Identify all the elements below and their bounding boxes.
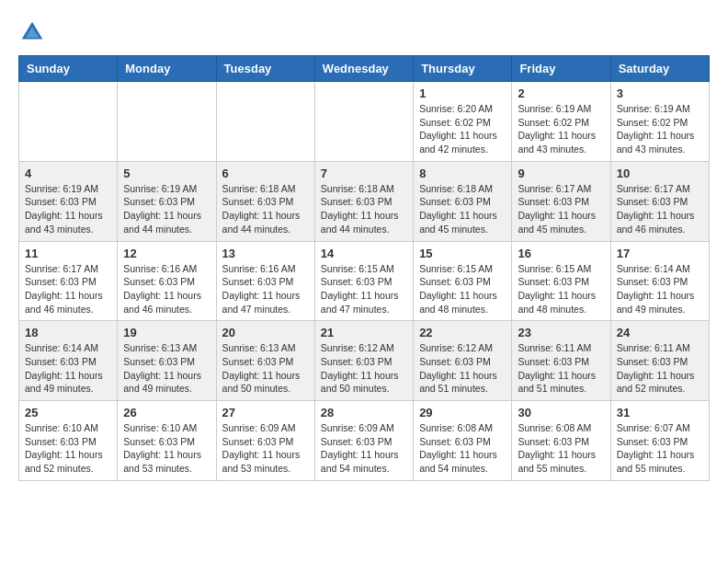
day-info: Sunrise: 6:10 AM Sunset: 6:03 PM Dayligh… [123,421,210,476]
day-number: 12 [123,247,210,260]
calendar-week-row: 11Sunrise: 6:17 AM Sunset: 6:03 PM Dayli… [19,241,710,321]
day-info: Sunrise: 6:11 AM Sunset: 6:03 PM Dayligh… [617,341,703,396]
day-number: 18 [25,326,111,339]
day-number: 17 [617,247,703,260]
day-info: Sunrise: 6:18 AM Sunset: 6:03 PM Dayligh… [321,182,407,236]
day-info: Sunrise: 6:09 AM Sunset: 6:03 PM Dayligh… [321,421,407,476]
calendar-day-cell [118,82,216,162]
day-number: 9 [518,167,604,180]
day-info: Sunrise: 6:16 AM Sunset: 6:03 PM Dayligh… [222,262,309,316]
calendar-day-cell: 12Sunrise: 6:16 AM Sunset: 6:03 PM Dayli… [118,241,216,321]
calendar-day-cell: 30Sunrise: 6:08 AM Sunset: 6:03 PM Dayli… [512,401,610,481]
day-number: 4 [25,167,111,180]
weekday-header: Saturday [610,56,709,82]
day-number: 6 [222,167,309,180]
page-header [18,18,710,46]
calendar-day-cell: 4Sunrise: 6:19 AM Sunset: 6:03 PM Daylig… [19,161,118,241]
calendar-day-cell: 9Sunrise: 6:17 AM Sunset: 6:03 PM Daylig… [512,161,610,241]
day-number: 28 [321,406,407,419]
day-number: 7 [321,167,407,180]
day-info: Sunrise: 6:11 AM Sunset: 6:03 PM Dayligh… [518,341,604,396]
calendar-day-cell: 28Sunrise: 6:09 AM Sunset: 6:03 PM Dayli… [314,401,413,481]
calendar-day-cell: 15Sunrise: 6:15 AM Sunset: 6:03 PM Dayli… [414,241,512,321]
day-number: 16 [518,247,604,260]
calendar-day-cell: 14Sunrise: 6:15 AM Sunset: 6:03 PM Dayli… [314,241,413,321]
day-info: Sunrise: 6:12 AM Sunset: 6:03 PM Dayligh… [419,341,506,396]
calendar-header-row: SundayMondayTuesdayWednesdayThursdayFrid… [19,56,710,82]
calendar-day-cell [314,82,413,162]
calendar-day-cell: 26Sunrise: 6:10 AM Sunset: 6:03 PM Dayli… [118,401,216,481]
day-number: 5 [123,167,210,180]
day-info: Sunrise: 6:20 AM Sunset: 6:02 PM Dayligh… [419,102,506,156]
calendar-day-cell: 6Sunrise: 6:18 AM Sunset: 6:03 PM Daylig… [216,161,314,241]
weekday-header: Sunday [19,56,118,82]
calendar-day-cell [216,82,314,162]
weekday-header: Friday [512,56,610,82]
calendar-day-cell: 22Sunrise: 6:12 AM Sunset: 6:03 PM Dayli… [414,321,512,401]
day-info: Sunrise: 6:08 AM Sunset: 6:03 PM Dayligh… [518,421,604,476]
calendar-day-cell: 25Sunrise: 6:10 AM Sunset: 6:03 PM Dayli… [19,401,118,481]
logo [18,18,50,46]
day-info: Sunrise: 6:08 AM Sunset: 6:03 PM Dayligh… [419,421,506,476]
calendar-day-cell: 8Sunrise: 6:18 AM Sunset: 6:03 PM Daylig… [414,161,512,241]
calendar-day-cell: 13Sunrise: 6:16 AM Sunset: 6:03 PM Dayli… [216,241,314,321]
calendar-day-cell: 20Sunrise: 6:13 AM Sunset: 6:03 PM Dayli… [216,321,314,401]
day-info: Sunrise: 6:19 AM Sunset: 6:02 PM Dayligh… [617,102,703,156]
weekday-header: Thursday [414,56,512,82]
calendar-week-row: 18Sunrise: 6:14 AM Sunset: 6:03 PM Dayli… [19,321,710,401]
weekday-header: Tuesday [216,56,314,82]
day-info: Sunrise: 6:15 AM Sunset: 6:03 PM Dayligh… [518,262,604,316]
day-number: 11 [25,247,111,260]
day-info: Sunrise: 6:10 AM Sunset: 6:03 PM Dayligh… [25,421,111,476]
weekday-header: Wednesday [314,56,413,82]
day-info: Sunrise: 6:15 AM Sunset: 6:03 PM Dayligh… [419,262,506,316]
calendar-day-cell: 21Sunrise: 6:12 AM Sunset: 6:03 PM Dayli… [314,321,413,401]
day-number: 8 [419,167,506,180]
day-number: 22 [419,326,506,339]
day-info: Sunrise: 6:19 AM Sunset: 6:02 PM Dayligh… [518,102,604,156]
day-info: Sunrise: 6:14 AM Sunset: 6:03 PM Dayligh… [617,262,703,316]
day-number: 3 [617,86,703,100]
calendar-table: SundayMondayTuesdayWednesdayThursdayFrid… [18,55,710,481]
day-number: 25 [25,406,111,419]
calendar-day-cell: 31Sunrise: 6:07 AM Sunset: 6:03 PM Dayli… [610,401,709,481]
day-number: 19 [123,326,210,339]
calendar-day-cell: 17Sunrise: 6:14 AM Sunset: 6:03 PM Dayli… [610,241,709,321]
calendar-week-row: 25Sunrise: 6:10 AM Sunset: 6:03 PM Dayli… [19,401,710,481]
calendar-day-cell: 11Sunrise: 6:17 AM Sunset: 6:03 PM Dayli… [19,241,118,321]
day-number: 14 [321,247,407,260]
day-number: 26 [123,406,210,419]
day-info: Sunrise: 6:19 AM Sunset: 6:03 PM Dayligh… [25,182,111,236]
day-info: Sunrise: 6:13 AM Sunset: 6:03 PM Dayligh… [123,341,210,396]
day-info: Sunrise: 6:17 AM Sunset: 6:03 PM Dayligh… [518,182,604,236]
day-info: Sunrise: 6:16 AM Sunset: 6:03 PM Dayligh… [123,262,210,316]
logo-icon [18,18,46,46]
day-number: 23 [518,326,604,339]
calendar-day-cell: 23Sunrise: 6:11 AM Sunset: 6:03 PM Dayli… [512,321,610,401]
weekday-header: Monday [118,56,216,82]
calendar-day-cell [19,82,118,162]
calendar-day-cell: 3Sunrise: 6:19 AM Sunset: 6:02 PM Daylig… [610,82,709,162]
day-info: Sunrise: 6:09 AM Sunset: 6:03 PM Dayligh… [222,421,309,476]
calendar-day-cell: 29Sunrise: 6:08 AM Sunset: 6:03 PM Dayli… [414,401,512,481]
day-info: Sunrise: 6:07 AM Sunset: 6:03 PM Dayligh… [617,421,703,476]
day-number: 15 [419,247,506,260]
day-info: Sunrise: 6:14 AM Sunset: 6:03 PM Dayligh… [25,341,111,396]
calendar-week-row: 1Sunrise: 6:20 AM Sunset: 6:02 PM Daylig… [19,82,710,162]
day-number: 29 [419,406,506,419]
day-info: Sunrise: 6:17 AM Sunset: 6:03 PM Dayligh… [25,262,111,316]
day-info: Sunrise: 6:19 AM Sunset: 6:03 PM Dayligh… [123,182,210,236]
day-number: 24 [617,326,703,339]
day-number: 1 [419,86,506,100]
calendar-day-cell: 2Sunrise: 6:19 AM Sunset: 6:02 PM Daylig… [512,82,610,162]
day-number: 13 [222,247,309,260]
day-number: 31 [617,406,703,419]
calendar-day-cell: 16Sunrise: 6:15 AM Sunset: 6:03 PM Dayli… [512,241,610,321]
day-info: Sunrise: 6:15 AM Sunset: 6:03 PM Dayligh… [321,262,407,316]
calendar-day-cell: 1Sunrise: 6:20 AM Sunset: 6:02 PM Daylig… [414,82,512,162]
calendar-day-cell: 24Sunrise: 6:11 AM Sunset: 6:03 PM Dayli… [610,321,709,401]
calendar-week-row: 4Sunrise: 6:19 AM Sunset: 6:03 PM Daylig… [19,161,710,241]
day-info: Sunrise: 6:13 AM Sunset: 6:03 PM Dayligh… [222,341,309,396]
calendar-day-cell: 5Sunrise: 6:19 AM Sunset: 6:03 PM Daylig… [118,161,216,241]
calendar-day-cell: 19Sunrise: 6:13 AM Sunset: 6:03 PM Dayli… [118,321,216,401]
